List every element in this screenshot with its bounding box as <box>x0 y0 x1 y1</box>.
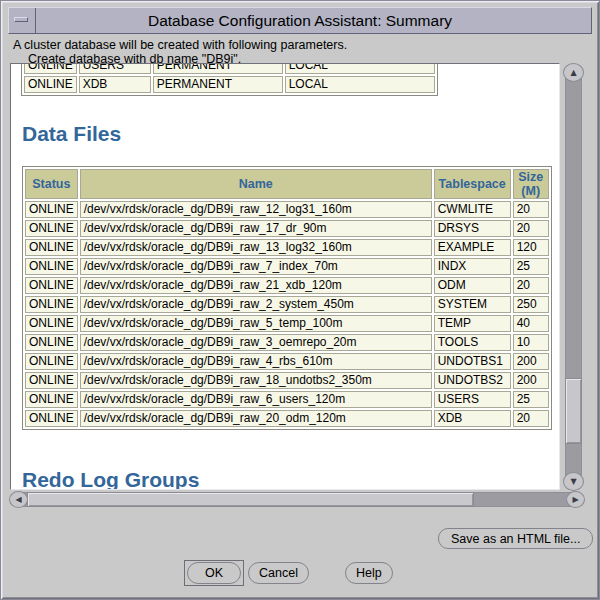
table-cell: 25 <box>513 391 549 408</box>
table-cell: /dev/vx/rdsk/oracle_dg/DB9i_raw_13_log32… <box>80 239 432 256</box>
table-cell: /dev/vx/rdsk/oracle_dg/DB9i_raw_2_system… <box>80 296 432 313</box>
table-cell: 120 <box>513 239 549 256</box>
table-cell: 200 <box>513 353 549 370</box>
scroll-right-icon: ▶ <box>567 492 584 507</box>
table-row: ONLINE/dev/vx/rdsk/oracle_dg/DB9i_raw_2_… <box>25 296 549 313</box>
table-cell: XDB <box>434 410 511 427</box>
table-row: ONLINE/dev/vx/rdsk/oracle_dg/DB9i_raw_12… <box>25 201 549 218</box>
table-cell: 20 <box>513 220 549 237</box>
table-cell: /dev/vx/rdsk/oracle_dg/DB9i_raw_5_temp_1… <box>80 315 432 332</box>
table-row: ONLINE/dev/vx/rdsk/oracle_dg/DB9i_raw_5_… <box>25 315 549 332</box>
table-row: ONLINE/dev/vx/rdsk/oracle_dg/DB9i_raw_20… <box>25 410 549 427</box>
table-cell: /dev/vx/rdsk/oracle_dg/DB9i_raw_17_dr_90… <box>80 220 432 237</box>
table-cell: LOCAL <box>285 63 435 74</box>
table-cell: ONLINE <box>25 296 78 313</box>
window-title: Database Configuration Assistant: Summar… <box>9 12 591 30</box>
table-cell: SYSTEM <box>434 296 511 313</box>
scroll-right-button[interactable]: ▶ <box>566 491 585 508</box>
titlebar[interactable]: Database Configuration Assistant: Summar… <box>8 7 592 34</box>
table-cell: UNDOTBS1 <box>434 353 511 370</box>
scroll-up-button[interactable]: ▲ <box>563 63 584 82</box>
table-cell: CWMLITE <box>434 201 511 218</box>
table-cell: /dev/vx/rdsk/oracle_dg/DB9i_raw_3_oemrep… <box>80 334 432 351</box>
tablespaces-table: ONLINEUSERSPERMANENTLOCALONLINEXDBPERMAN… <box>21 63 438 96</box>
table-row: ONLINE/dev/vx/rdsk/oracle_dg/DB9i_raw_3_… <box>25 334 549 351</box>
table-cell: ONLINE <box>25 410 78 427</box>
table-row: ONLINE/dev/vx/rdsk/oracle_dg/DB9i_raw_7_… <box>25 258 549 275</box>
table-cell: ONLINE <box>25 391 78 408</box>
help-button[interactable]: Help <box>345 562 393 584</box>
table-cell: LOCAL <box>285 76 435 93</box>
table-cell: ONLINE <box>25 315 78 332</box>
table-cell: 20 <box>513 201 549 218</box>
scroll-left-button[interactable]: ◀ <box>9 491 28 508</box>
table-cell: /dev/vx/rdsk/oracle_dg/DB9i_raw_20_odm_1… <box>80 410 432 427</box>
table-row: ONLINE/dev/vx/rdsk/oracle_dg/DB9i_raw_18… <box>25 372 549 389</box>
table-cell: /dev/vx/rdsk/oracle_dg/DB9i_raw_6_users_… <box>80 391 432 408</box>
table-row: ONLINE/dev/vx/rdsk/oracle_dg/DB9i_raw_6_… <box>25 391 549 408</box>
table-cell: /dev/vx/rdsk/oracle_dg/DB9i_raw_12_log31… <box>80 201 432 218</box>
table-cell: TOOLS <box>434 334 511 351</box>
table-cell: ONLINE <box>25 201 78 218</box>
table-cell: /dev/vx/rdsk/oracle_dg/DB9i_raw_4_rbs_61… <box>80 353 432 370</box>
column-header: Size (M) <box>513 169 549 199</box>
table-cell: ONLINE <box>25 277 78 294</box>
table-cell: /dev/vx/rdsk/oracle_dg/DB9i_raw_21_xdb_1… <box>80 277 432 294</box>
table-cell: ONLINE <box>25 258 78 275</box>
table-cell: 20 <box>513 277 549 294</box>
table-cell: 25 <box>513 258 549 275</box>
ok-button[interactable]: OK <box>187 562 241 584</box>
redo-log-groups-heading: Redo Log Groups <box>22 468 199 490</box>
column-header: Status <box>25 169 78 199</box>
scroll-up-icon: ▲ <box>564 64 583 81</box>
table-cell: /dev/vx/rdsk/oracle_dg/DB9i_raw_18_undot… <box>80 372 432 389</box>
table-row: ONLINEXDBPERMANENTLOCAL <box>24 76 435 93</box>
table-cell: ONLINE <box>25 239 78 256</box>
table-cell: PERMANENT <box>153 76 283 93</box>
horizontal-scrollbar-thumb[interactable] <box>27 492 474 507</box>
table-cell: 250 <box>513 296 549 313</box>
table-cell: UNDOTBS2 <box>434 372 511 389</box>
vertical-scrollbar-thumb[interactable] <box>565 378 582 444</box>
table-row: ONLINE/dev/vx/rdsk/oracle_dg/DB9i_raw_17… <box>25 220 549 237</box>
table-cell: ODM <box>434 277 511 294</box>
table-cell: ONLINE <box>25 220 78 237</box>
scroll-down-button[interactable]: ▼ <box>563 472 584 491</box>
table-cell: USERS <box>434 391 511 408</box>
data-files-table: StatusNameTablespaceSize (M) ONLINE/dev/… <box>22 166 552 430</box>
horizontal-scrollbar[interactable]: ◀ ▶ <box>9 491 585 508</box>
table-cell: 40 <box>513 315 549 332</box>
table-cell: EXAMPLE <box>434 239 511 256</box>
table-cell: INDX <box>434 258 511 275</box>
dialog-window: Database Configuration Assistant: Summar… <box>0 0 600 600</box>
summary-viewport[interactable]: ONLINEUSERSPERMANENTLOCALONLINEXDBPERMAN… <box>10 63 560 490</box>
table-row: ONLINE/dev/vx/rdsk/oracle_dg/DB9i_raw_13… <box>25 239 549 256</box>
table-cell: ONLINE <box>24 63 77 74</box>
intro-line-1: A cluster database will be created with … <box>13 38 347 52</box>
column-header: Name <box>80 169 432 199</box>
table-cell: /dev/vx/rdsk/oracle_dg/DB9i_raw_7_index_… <box>80 258 432 275</box>
vertical-scrollbar[interactable]: ▲ ▼ <box>563 63 584 491</box>
cancel-button[interactable]: Cancel <box>248 562 309 584</box>
scroll-left-icon: ◀ <box>10 492 27 507</box>
column-header: Tablespace <box>434 169 511 199</box>
table-cell: 200 <box>513 372 549 389</box>
data-files-heading: Data Files <box>22 122 121 146</box>
table-row: ONLINE/dev/vx/rdsk/oracle_dg/DB9i_raw_21… <box>25 277 549 294</box>
table-cell: ONLINE <box>25 372 78 389</box>
table-row: ONLINEUSERSPERMANENTLOCAL <box>24 63 435 74</box>
table-cell: XDB <box>79 76 151 93</box>
table-cell: 10 <box>513 334 549 351</box>
table-cell: ONLINE <box>24 76 77 93</box>
save-as-html-button[interactable]: Save as an HTML file... <box>438 528 593 549</box>
table-cell: ONLINE <box>25 334 78 351</box>
table-cell: DRSYS <box>434 220 511 237</box>
table-cell: 20 <box>513 410 549 427</box>
scroll-down-icon: ▼ <box>564 473 583 490</box>
table-cell: ONLINE <box>25 353 78 370</box>
table-cell: USERS <box>79 63 151 74</box>
table-cell: PERMANENT <box>153 63 283 74</box>
table-header-row: StatusNameTablespaceSize (M) <box>25 169 549 199</box>
table-row: ONLINE/dev/vx/rdsk/oracle_dg/DB9i_raw_4_… <box>25 353 549 370</box>
table-cell: TEMP <box>434 315 511 332</box>
